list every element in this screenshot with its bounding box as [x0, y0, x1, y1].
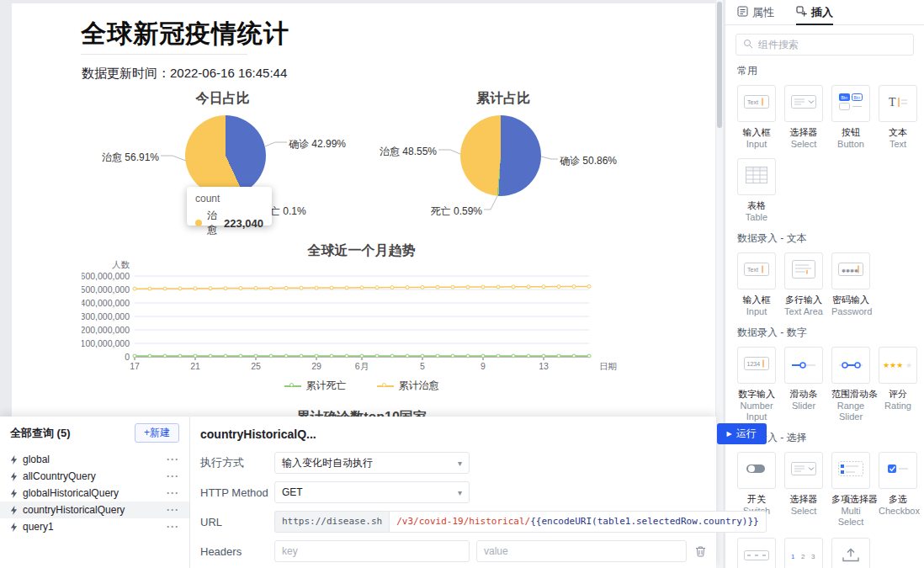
- url-input[interactable]: /v3/covid-19/historical/{{encodeURI(tabl…: [389, 511, 766, 533]
- query-resource-icon: [10, 455, 18, 464]
- exec-mode-select[interactable]: 输入变化时自动执行 ▾: [274, 452, 470, 474]
- component-card-button[interactable]: BtnBtn: [831, 85, 870, 122]
- range-icon: [838, 358, 863, 373]
- query-list-item[interactable]: countryHistoricalQuery···: [0, 502, 189, 518]
- component-card-text[interactable]: T: [879, 85, 917, 122]
- component-card-range[interactable]: [831, 347, 870, 384]
- component-label-zh: 表格: [737, 199, 776, 212]
- component-cell: 多选Checkbox: [879, 452, 917, 528]
- component-label-en: Select: [784, 506, 823, 517]
- component-card-password[interactable]: ✱✱✱✱: [831, 252, 870, 289]
- svg-text:人数: 人数: [112, 259, 130, 269]
- svg-text:400,000,000: 400,000,000: [82, 298, 130, 308]
- component-label-zh: 滑动条: [784, 388, 823, 401]
- component-card-select[interactable]: [784, 85, 823, 122]
- tooltip-series-dot: [195, 220, 202, 226]
- component-search[interactable]: [735, 34, 914, 56]
- legend-marker-icon: [377, 385, 394, 387]
- component-card-table[interactable]: [737, 158, 776, 195]
- query-list: 全部查询 (5) +新建 global···allCountryQuery···…: [0, 417, 190, 568]
- component-card-steps[interactable]: 123: [784, 538, 823, 568]
- component-card-checkbox[interactable]: [879, 452, 917, 489]
- input-icon: Text: [744, 95, 769, 112]
- more-icon[interactable]: ···: [167, 521, 179, 533]
- component-card-upload[interactable]: [831, 538, 870, 568]
- chart-title: 全球近一个月趋势: [82, 242, 641, 260]
- chart-legend: 累计死亡累计治愈: [82, 379, 641, 393]
- pie-label-deaths: 死亡 0.59%: [428, 204, 482, 219]
- more-icon[interactable]: ···: [167, 470, 179, 482]
- component-label-zh: 输入框: [737, 126, 776, 139]
- component-label-zh: 按钮: [831, 126, 870, 139]
- chevron-down-icon: ▾: [458, 488, 462, 497]
- component-section: 常用Text输入框Input选择器SelectBtnBtn按钮ButtonT文本…: [725, 64, 924, 223]
- tooltip-series-name: 治愈: [207, 209, 224, 237]
- component-label-en: Button: [831, 139, 870, 150]
- legend-label: 累计治愈: [399, 379, 439, 393]
- input-icon: Text: [744, 263, 769, 279]
- component-cell: 123: [784, 538, 823, 568]
- component-label-en: Checkbox: [879, 506, 917, 517]
- slider-icon: [791, 358, 816, 373]
- svg-text:3: 3: [811, 553, 815, 560]
- http-method-label: HTTP Method: [200, 486, 274, 499]
- query-editor: countryHistoricalQ... ▶ 运行 执行方式 输入变化时自动执…: [190, 417, 777, 568]
- more-icon[interactable]: ···: [167, 504, 179, 516]
- component-label-zh: 多项选择器: [831, 493, 870, 506]
- pie-chart-total[interactable]: [460, 115, 541, 196]
- component-card-input[interactable]: Text: [737, 85, 776, 122]
- svg-text:★: ★: [905, 361, 912, 369]
- tab-insert[interactable]: 插入: [796, 0, 833, 24]
- query-resource-icon: [10, 523, 18, 532]
- run-query-button[interactable]: ▶ 运行: [717, 423, 767, 444]
- component-label-zh: 密码输入: [831, 294, 870, 306]
- query-list-item[interactable]: allCountryQuery···: [0, 468, 189, 485]
- component-cell: ★★★★评分Rating: [879, 347, 917, 422]
- delete-header-icon[interactable]: [695, 545, 706, 557]
- checkbox-icon: [887, 463, 909, 478]
- legend-item[interactable]: 累计治愈: [377, 379, 439, 393]
- more-icon[interactable]: ···: [167, 487, 179, 499]
- steps-icon: 123: [790, 549, 817, 564]
- scrollbar-thumb[interactable]: [717, 2, 722, 128]
- update-time-value: 2022-06-16 16:45:44: [170, 66, 287, 80]
- more-icon[interactable]: ···: [167, 454, 179, 465]
- play-icon: ▶: [727, 431, 732, 438]
- update-time-label: 数据更新时间：: [82, 66, 170, 80]
- component-card-slider[interactable]: [784, 347, 823, 384]
- component-label-zh: 输入框: [737, 294, 776, 306]
- query-list-title: 全部查询 (5): [10, 426, 71, 441]
- svg-text:17: 17: [130, 361, 140, 371]
- component-search-input[interactable]: [758, 39, 906, 50]
- chart-title: 今日占比: [82, 90, 364, 108]
- svg-text:100,000,000: 100,000,000: [82, 338, 130, 348]
- http-method-select[interactable]: GET ▾: [274, 481, 470, 503]
- component-card-number[interactable]: 1234: [737, 347, 776, 384]
- component-cell: 表格Table: [737, 158, 776, 223]
- select-icon: [791, 462, 816, 479]
- textarea-icon: [792, 260, 815, 282]
- tab-properties[interactable]: 属性: [737, 0, 774, 24]
- component-card-textarea[interactable]: [784, 252, 823, 289]
- component-card-select[interactable]: [784, 452, 823, 489]
- header-value-input[interactable]: [476, 540, 687, 562]
- component-card-rating[interactable]: ★★★★: [879, 347, 917, 384]
- query-list-item[interactable]: global···: [0, 451, 189, 468]
- query-name: allCountryQuery: [23, 470, 162, 482]
- component-label-en: Range Slider: [831, 401, 870, 422]
- svg-text:6月: 6月: [355, 361, 369, 371]
- svg-text:13: 13: [539, 361, 549, 371]
- component-section: 数据录入 - 文本Text输入框Input多行输入Text Area✱✱✱✱密码…: [725, 231, 924, 317]
- header-key-input[interactable]: [274, 540, 470, 562]
- query-title: countryHistoricalQ...: [200, 427, 316, 441]
- rating-icon: ★★★★: [883, 358, 913, 373]
- legend-item[interactable]: 累计死亡: [284, 379, 347, 393]
- component-card-multiselect[interactable]: [831, 452, 870, 489]
- legend-marker-icon: [284, 385, 301, 387]
- new-query-button[interactable]: +新建: [135, 423, 179, 443]
- query-list-item[interactable]: query1···: [0, 518, 189, 535]
- query-list-item[interactable]: globalHistoricalQuery···: [0, 485, 189, 502]
- svg-text:Text: Text: [747, 99, 758, 105]
- component-card-input[interactable]: Text: [737, 252, 776, 289]
- pie-chart-today[interactable]: [185, 115, 266, 196]
